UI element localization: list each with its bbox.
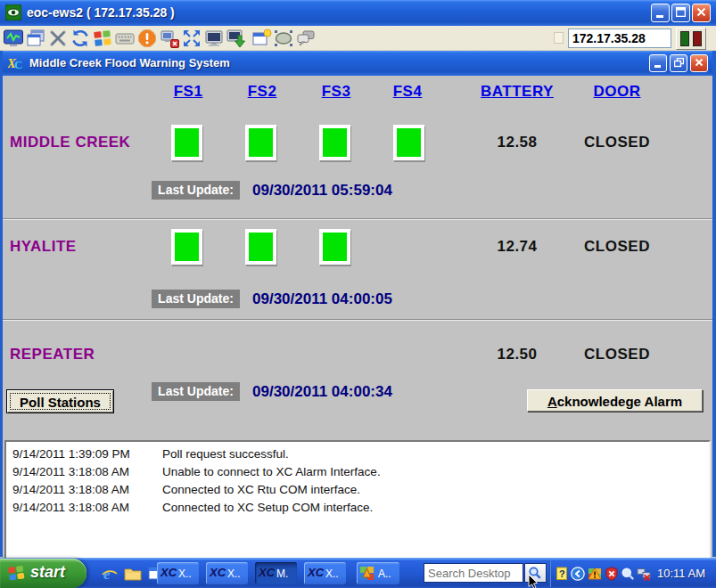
- log-panel: 9/14/2011 1:39:09 PMPoll request success…: [3, 437, 712, 557]
- sensor-indicator: [319, 125, 350, 160]
- address-input[interactable]: [568, 29, 671, 48]
- taskbar: start e XC X.. XC X.. XC M. XC X..: [0, 558, 716, 588]
- collapse-chevron-icon[interactable]: [571, 567, 585, 581]
- desktop-screen: eoc-ews2 ( 172.17.35.28 ): [0, 0, 716, 588]
- log-message: Poll request successful.: [162, 445, 289, 463]
- monitor-icon[interactable]: [203, 28, 225, 49]
- tray-divider: [549, 560, 551, 587]
- ack-label-rest: cknowledege Alarm: [557, 394, 682, 409]
- close-button[interactable]: [692, 4, 711, 22]
- network-disconnected-icon[interactable]: [637, 567, 651, 581]
- ellipse-icon[interactable]: [273, 28, 294, 49]
- last-update-label: Last Update:: [152, 181, 240, 200]
- column-header-fs4[interactable]: FS4: [385, 83, 430, 101]
- station-name: HYALITE: [10, 238, 77, 256]
- warning-triangle-icon[interactable]: [588, 567, 602, 581]
- battery-value: 12.74: [489, 238, 546, 256]
- taskbar-task-middle-creek-active[interactable]: XC M.: [255, 562, 297, 584]
- start-button[interactable]: start: [0, 559, 86, 588]
- outer-window-title: eoc-ews2 ( 172.17.35.28 ): [27, 5, 175, 20]
- fullscreen-icon[interactable]: [181, 28, 202, 49]
- alert-icon[interactable]: [136, 28, 158, 49]
- minimize-button[interactable]: [651, 4, 670, 22]
- battery-value: 12.58: [489, 134, 546, 151]
- connection-status-button[interactable]: [676, 28, 706, 50]
- task-label: X..: [178, 568, 192, 580]
- column-header-door[interactable]: DOOR: [581, 83, 653, 101]
- security-shield-icon[interactable]: [605, 567, 619, 581]
- help-tray-icon[interactable]: ?: [555, 567, 569, 581]
- log-time: 9/14/2011 1:39:09 PM: [12, 445, 162, 463]
- last-update-value: 09/30/2011 05:59:04: [252, 181, 392, 200]
- task-label: M.: [276, 568, 288, 580]
- taskbar-task-xc-3[interactable]: XC X..: [304, 562, 346, 584]
- task-label: X..: [227, 568, 241, 580]
- inner-minimize-button[interactable]: [649, 54, 667, 72]
- log-time: 9/14/2011 3:18:08 AM: [12, 481, 162, 499]
- door-status: CLOSED: [572, 346, 662, 363]
- sensor-indicator: [171, 229, 202, 265]
- svg-text:C: C: [14, 58, 22, 71]
- keyboard-icon[interactable]: [114, 28, 136, 49]
- log-message: Unable to connect to XC Alarm Interface.: [162, 463, 381, 481]
- search-desktop-input[interactable]: [424, 563, 523, 583]
- xc-app-icon: XC: [259, 566, 275, 579]
- svg-text:?: ?: [559, 568, 565, 579]
- monitor-transfer-icon[interactable]: [226, 28, 247, 49]
- taskbar-clock[interactable]: 10:11 AM: [657, 567, 705, 580]
- column-header-fs3[interactable]: FS3: [314, 83, 358, 101]
- log-entry: 9/14/2011 3:18:08 AMConnected to XC Rtu …: [12, 481, 709, 499]
- column-header-battery[interactable]: BATTERY: [473, 83, 562, 101]
- internet-explorer-icon[interactable]: e: [101, 565, 119, 583]
- log-entry: 9/14/2011 3:18:08 AMUnable to connect to…: [12, 463, 709, 481]
- outer-window-titlebar: eoc-ews2 ( 172.17.35.28 ): [0, 0, 716, 26]
- sensor-indicator: [319, 229, 350, 265]
- battery-value: 12.50: [489, 346, 546, 363]
- tools-icon[interactable]: [47, 28, 69, 49]
- poll-stations-button[interactable]: Poll Stations: [6, 389, 114, 413]
- inner-window-title: Middle Creek Flood Warning System: [29, 56, 230, 69]
- column-header-fs2[interactable]: FS2: [240, 83, 284, 101]
- inner-restore-button[interactable]: [670, 54, 687, 72]
- task-label: X..: [325, 568, 339, 580]
- taskbar-task-xc-2[interactable]: XC X..: [206, 562, 248, 584]
- folder-icon[interactable]: [124, 565, 142, 583]
- event-log[interactable]: 9/14/2011 1:39:09 PMPoll request success…: [4, 440, 711, 577]
- messages-icon[interactable]: [295, 28, 317, 49]
- app-window: XC Middle Creek Flood Warning System FS1…: [0, 51, 716, 557]
- door-status: CLOSED: [572, 134, 662, 151]
- copy-window-icon[interactable]: [25, 28, 46, 49]
- section-divider: [3, 218, 712, 220]
- section-divider: [3, 319, 712, 321]
- taskbar-task-avg[interactable]: A..: [357, 562, 399, 584]
- log-message: Connected to XC Setup COM interface.: [162, 499, 373, 517]
- poll-stations-label: Poll Stations: [20, 395, 101, 410]
- log-time: 9/14/2011 3:18:08 AM: [12, 499, 162, 517]
- toolbar: [0, 26, 716, 51]
- sensor-indicator: [171, 125, 202, 160]
- sensor-indicator: [393, 125, 424, 160]
- xc-app-icon: XC: [160, 566, 177, 579]
- xc-app-icon: XC: [308, 566, 324, 579]
- new-window-icon[interactable]: [251, 28, 272, 49]
- start-label: start: [30, 563, 65, 582]
- ack-mnemonic: A: [547, 394, 557, 409]
- door-status: CLOSED: [572, 238, 662, 256]
- last-update-value: 09/30/2011 04:00:05: [252, 290, 392, 308]
- windows-logo-icon[interactable]: [92, 28, 113, 49]
- avg-icon: [360, 567, 374, 580]
- column-header-fs1[interactable]: FS1: [166, 83, 210, 101]
- last-update-label: Last Update:: [152, 382, 240, 401]
- log-entry: 9/14/2011 3:18:08 AMConnected to XC Setu…: [12, 499, 709, 517]
- magnifier-tray-icon[interactable]: [621, 567, 635, 581]
- acknowledge-alarm-button[interactable]: Acknowledege Alarm: [527, 389, 703, 412]
- inner-close-button[interactable]: [690, 54, 708, 72]
- refresh-icon[interactable]: [70, 28, 91, 49]
- xc-logo-icon: XC: [8, 55, 24, 71]
- activity-monitor-icon[interactable]: [3, 28, 24, 49]
- computer-error-icon[interactable]: [159, 28, 180, 49]
- taskbar-task-xc-1[interactable]: XC X..: [157, 562, 199, 584]
- maximize-button[interactable]: [671, 4, 690, 22]
- status-red-bar: [693, 31, 702, 46]
- sensor-indicator: [245, 125, 276, 160]
